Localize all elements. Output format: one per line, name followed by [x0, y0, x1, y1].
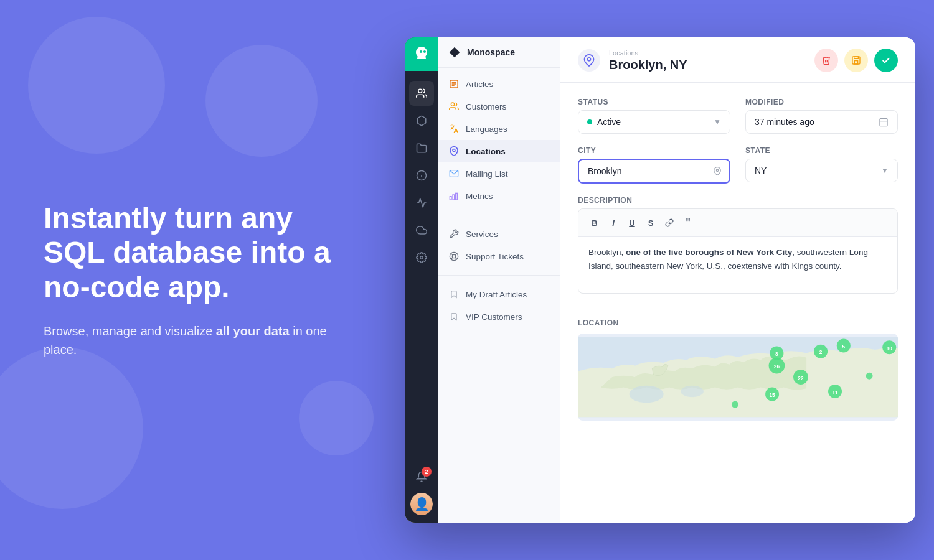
cloud-icon: [416, 225, 427, 236]
icon-sidebar-bottom: 2 👤: [409, 464, 434, 523]
avatar-image: 👤: [410, 493, 433, 515]
app-logo[interactable]: [405, 37, 438, 71]
services-icon: [448, 228, 460, 240]
user-avatar[interactable]: 👤: [410, 493, 433, 515]
settings-icon-btn[interactable]: [409, 245, 434, 270]
city-label: City: [578, 146, 730, 155]
main-header: Locations Brooklyn, NY: [560, 37, 915, 83]
nav-languages-label: Languages: [466, 124, 507, 134]
confirm-button[interactable]: [874, 49, 898, 72]
nav-item-support[interactable]: Support Tickets: [438, 245, 560, 268]
nav-item-customers[interactable]: Customers: [438, 95, 560, 118]
nav-articles-label: Articles: [466, 80, 493, 89]
svg-rect-14: [453, 195, 455, 200]
settings-icon: [416, 252, 427, 263]
articles-list-icon: [449, 79, 459, 89]
svg-text:10: 10: [887, 346, 893, 352]
map-pin-icon: [449, 146, 459, 156]
save-icon: [851, 55, 861, 65]
logo-icon: [413, 45, 430, 63]
description-text-bold: one of the five boroughs of New York Cit…: [626, 248, 792, 257]
city-input-wrapper: [578, 159, 730, 184]
underline-btn[interactable]: U: [623, 214, 641, 231]
bold-btn[interactable]: B: [586, 214, 603, 231]
box-icon: [416, 115, 427, 126]
status-dot: [587, 119, 592, 124]
nav-item-languages[interactable]: Languages: [438, 118, 560, 140]
svg-rect-15: [456, 193, 458, 200]
svg-rect-25: [854, 61, 857, 64]
nav-locations-label: Locations: [466, 147, 506, 156]
italic-btn[interactable]: I: [605, 214, 622, 231]
svg-point-33: [681, 386, 704, 397]
mail-icon: [448, 168, 460, 179]
nav-item-locations[interactable]: Locations: [438, 140, 560, 162]
svg-point-11: [453, 149, 455, 152]
svg-rect-24: [854, 57, 859, 58]
quote-btn[interactable]: ": [679, 214, 697, 231]
subtext: Browse, manage and visualize all your da…: [44, 322, 361, 359]
nav-support-label: Support Tickets: [466, 252, 524, 261]
users-icon: [416, 88, 427, 99]
svg-line-21: [451, 258, 453, 259]
status-display: Active: [587, 117, 621, 127]
delete-button[interactable]: [814, 49, 838, 72]
bar-chart-icon: [449, 191, 459, 201]
trash-icon: [821, 55, 831, 65]
state-select[interactable]: NY ▼: [745, 159, 898, 182]
activity-icon-btn[interactable]: [409, 190, 434, 215]
link-icon: [665, 218, 674, 227]
box-icon-btn[interactable]: [409, 108, 434, 133]
save-button[interactable]: [844, 49, 868, 72]
nav-item-mailing[interactable]: Mailing List: [438, 162, 560, 185]
nav-item-vip-customers[interactable]: VIP Customers: [438, 306, 560, 328]
state-group: State NY ▼: [745, 146, 898, 184]
nav-services-label: Services: [466, 230, 498, 239]
svg-line-18: [451, 253, 453, 255]
form-row-status: Status Active ▼ Modified 37 minutes ago: [578, 98, 898, 134]
folder-icon-btn[interactable]: [409, 136, 434, 161]
life-buoy-icon: [449, 251, 459, 261]
svg-marker-5: [450, 47, 460, 58]
modified-display[interactable]: 37 minutes ago: [745, 110, 898, 134]
nav-item-metrics[interactable]: Metrics: [438, 185, 560, 207]
subtext-regular: Browse, manage and visualize: [44, 324, 212, 338]
status-select[interactable]: Active ▼: [578, 110, 730, 134]
nav-draft-articles-label: My Draft Articles: [466, 290, 527, 299]
svg-point-22: [588, 58, 591, 61]
nav-metrics-label: Metrics: [466, 192, 493, 201]
envelope-icon: [449, 169, 459, 179]
cloud-icon-btn[interactable]: [409, 218, 434, 243]
svg-text:8: 8: [775, 352, 778, 357]
translate-icon: [449, 124, 459, 134]
left-panel: Instantly turn any SQL database into a n…: [0, 164, 405, 396]
svg-text:11: 11: [832, 390, 838, 396]
description-editor: B I U S " Brooklyn, one of the five boro…: [578, 208, 898, 294]
svg-point-17: [452, 254, 455, 258]
editor-content[interactable]: Brooklyn, one of the five boroughs of Ne…: [578, 237, 897, 293]
icon-sidebar: 2 👤: [405, 37, 438, 523]
notification-btn[interactable]: 2: [409, 464, 434, 489]
nav-item-services[interactable]: Services: [438, 223, 560, 245]
customers-users-icon: [449, 101, 459, 111]
state-label: State: [745, 146, 898, 155]
svg-point-51: [732, 401, 738, 408]
nav-item-articles[interactable]: Articles: [438, 73, 560, 95]
description-group: Description B I U S " Brooklyn, one of t…: [578, 196, 898, 306]
nav-customers-label: Customers: [466, 102, 506, 111]
map-container[interactable]: 2 5 10 26 22 11 15: [578, 334, 898, 421]
nav-sidebar: Monospace Articles Customers: [438, 37, 560, 523]
strikethrough-btn[interactable]: S: [642, 214, 659, 231]
nav-item-draft-articles[interactable]: My Draft Articles: [438, 283, 560, 306]
calendar-icon: [879, 117, 889, 127]
info-icon-btn[interactable]: [409, 163, 434, 188]
city-input[interactable]: [579, 160, 729, 182]
city-group: City: [578, 146, 730, 184]
link-btn[interactable]: [661, 214, 678, 231]
location-section-label: Location: [578, 319, 898, 327]
nav-divider-1: [438, 215, 560, 215]
svg-rect-26: [880, 119, 887, 126]
header-pin-icon: [583, 54, 595, 67]
users-icon-btn[interactable]: [409, 81, 434, 106]
notification-badge: 2: [422, 467, 432, 477]
